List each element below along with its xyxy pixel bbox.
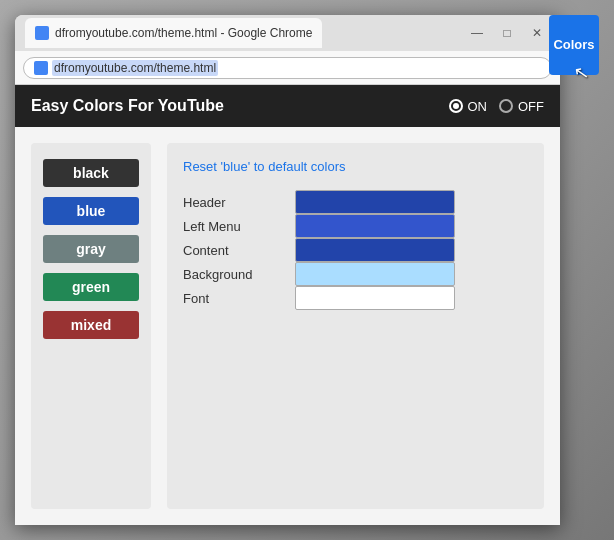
tab-favicon xyxy=(35,26,49,40)
color-label-header: Header xyxy=(183,195,283,210)
toggle-off-label: OFF xyxy=(518,99,544,114)
toggle-group: ON OFF xyxy=(449,99,545,114)
color-swatch-left-menu[interactable] xyxy=(295,214,455,238)
address-input[interactable]: dfromyoutube.com/theme.html xyxy=(23,57,552,79)
chrome-window: dfromyoutube.com/theme.html - Google Chr… xyxy=(15,15,560,525)
color-row-background: Background xyxy=(183,262,528,286)
color-row-header: Header xyxy=(183,190,528,214)
color-row-left-menu: Left Menu xyxy=(183,214,528,238)
theme-btn-mixed[interactable]: mixed xyxy=(43,311,139,339)
close-button[interactable]: ✕ xyxy=(524,23,550,43)
color-row-content: Content xyxy=(183,238,528,262)
app-title: Easy Colors For YouTube xyxy=(31,97,224,115)
color-label-left menu: Left Menu xyxy=(183,219,283,234)
tab-label: dfromyoutube.com/theme.html - Google Chr… xyxy=(55,26,312,40)
color-rows-container: HeaderLeft MenuContentBackgroundFont xyxy=(183,190,528,310)
tab-area: dfromyoutube.com/theme.html - Google Chr… xyxy=(25,18,456,48)
maximize-button[interactable]: □ xyxy=(494,23,520,43)
theme-btn-black[interactable]: black xyxy=(43,159,139,187)
theme-btn-gray[interactable]: gray xyxy=(43,235,139,263)
page-content: Easy Colors For YouTube ON OFF blackblue… xyxy=(15,85,560,525)
address-favicon xyxy=(34,61,48,75)
reset-link[interactable]: Reset 'blue' to default colors xyxy=(183,159,528,174)
app-header: Easy Colors For YouTube ON OFF xyxy=(15,85,560,127)
color-label-font: Font xyxy=(183,291,283,306)
color-label-content: Content xyxy=(183,243,283,258)
color-row-font: Font xyxy=(183,286,528,310)
colors-ext-label: Colors xyxy=(553,37,594,53)
color-swatch-header[interactable] xyxy=(295,190,455,214)
color-swatch-background[interactable] xyxy=(295,262,455,286)
color-label-background: Background xyxy=(183,267,283,282)
theme-btn-blue[interactable]: blue xyxy=(43,197,139,225)
address-highlighted: dfromyoutube.com/theme.html xyxy=(52,60,218,76)
toggle-off-option[interactable]: OFF xyxy=(499,99,544,114)
browser-tab[interactable]: dfromyoutube.com/theme.html - Google Chr… xyxy=(25,18,322,48)
colors-panel: Reset 'blue' to default colors HeaderLef… xyxy=(167,143,544,509)
address-bar: dfromyoutube.com/theme.html xyxy=(15,51,560,85)
address-text: dfromyoutube.com/theme.html xyxy=(52,61,218,75)
main-body: blackbluegraygreenmixed Reset 'blue' to … xyxy=(15,127,560,525)
toggle-on-label: ON xyxy=(468,99,488,114)
radio-on xyxy=(449,99,463,113)
color-swatch-font[interactable] xyxy=(295,286,455,310)
minimize-button[interactable]: — xyxy=(464,23,490,43)
theme-btn-green[interactable]: green xyxy=(43,273,139,301)
toggle-on-option[interactable]: ON xyxy=(449,99,488,114)
window-controls: — □ ✕ xyxy=(464,23,550,43)
color-swatch-content[interactable] xyxy=(295,238,455,262)
title-bar: dfromyoutube.com/theme.html - Google Chr… xyxy=(15,15,560,51)
themes-panel: blackbluegraygreenmixed xyxy=(31,143,151,509)
radio-off xyxy=(499,99,513,113)
